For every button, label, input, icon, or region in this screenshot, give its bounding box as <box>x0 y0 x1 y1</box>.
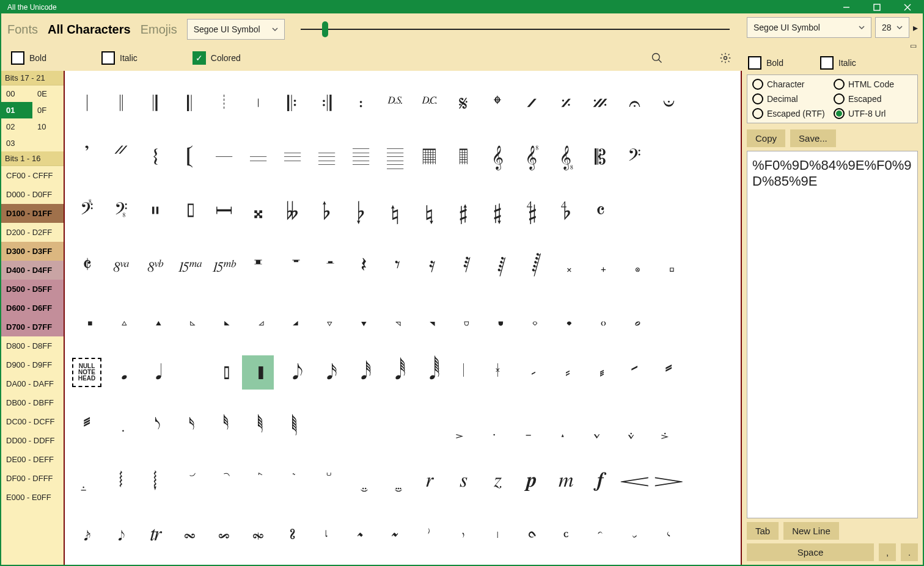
character-cell[interactable]: 𝄔 <box>138 131 172 184</box>
character-cell[interactable]: 𝅏 <box>343 292 378 346</box>
character-cell[interactable]: 𝄗 <box>241 131 275 184</box>
character-cell[interactable]: 𝅃 <box>549 238 583 292</box>
character-cell[interactable]: 𝅩 <box>583 346 617 399</box>
character-cell[interactable]: 𝄀 <box>70 77 104 131</box>
character-cell[interactable]: 𝆍 <box>446 453 480 507</box>
character-cell[interactable]: 𝅘𝅥 <box>138 346 172 399</box>
character-cell[interactable]: 𝄣 <box>70 184 104 238</box>
character-cell[interactable]: 𝅆 <box>651 238 686 292</box>
character-cell[interactable]: 𝅇 <box>70 292 104 346</box>
bits-hi-01[interactable]: 01 <box>1 102 32 118</box>
character-cell[interactable]: 𝄥 <box>138 184 172 238</box>
character-cell[interactable]: 𝄰 <box>446 184 480 238</box>
character-cell[interactable]: 𝆗 <box>172 507 207 561</box>
character-cell[interactable]: 𝅾 <box>549 399 583 453</box>
tab-emojis[interactable]: Emojis <box>141 23 177 37</box>
bold-checkbox[interactable]: Bold <box>11 51 46 65</box>
character-cell[interactable] <box>378 399 412 453</box>
character-cell[interactable]: 𝅚 <box>207 346 241 399</box>
character-cell[interactable]: 𝅒 <box>446 292 480 346</box>
character-cell[interactable]: 𝆛 <box>309 507 343 561</box>
character-cell[interactable]: 𝆖 <box>138 507 172 561</box>
character-cell[interactable]: 𝆉 <box>309 453 343 507</box>
character-cell[interactable]: 𝄝 <box>446 131 480 184</box>
character-cell[interactable]: 𝄶 <box>104 238 138 292</box>
character-cell[interactable]: 𝅘 <box>104 346 138 399</box>
character-cell[interactable]: 𝄹 <box>207 238 241 292</box>
character-cell[interactable]: 𝆃 <box>104 453 138 507</box>
character-cell[interactable] <box>651 131 686 184</box>
range-item[interactable]: DC00 - DCFF <box>1 412 64 431</box>
character-cell[interactable] <box>309 399 343 453</box>
character-cell[interactable]: 𝄴 <box>583 184 617 238</box>
character-cell[interactable]: 𝄦 <box>172 184 207 238</box>
character-cell[interactable]: 𝅼 <box>480 399 515 453</box>
character-cell[interactable]: 𝅘𝅥𝅱 <box>378 346 412 399</box>
bits-hi-blank[interactable] <box>32 135 64 151</box>
character-cell[interactable]: 𝅰 <box>207 399 241 453</box>
character-cell[interactable]: 𝆝 <box>378 507 412 561</box>
character-cell[interactable]: 𝅗 <box>617 292 651 346</box>
character-cell[interactable]: 𝄷 <box>138 238 172 292</box>
bits-hi-00[interactable]: 00 <box>1 85 32 102</box>
right-italic-checkbox[interactable]: Italic <box>820 56 856 70</box>
character-cell[interactable]: 𝆒 <box>617 453 651 507</box>
character-cell[interactable]: 𝄡 <box>583 131 617 184</box>
character-cell[interactable]: 𝄄 <box>207 77 241 131</box>
character-cell[interactable]: 𝄿 <box>412 238 446 292</box>
range-item[interactable]: D800 - D8FF <box>1 336 64 355</box>
character-cell[interactable]: 𝆔 <box>70 507 104 561</box>
radio-character[interactable]: Character <box>752 79 831 90</box>
range-item[interactable]: DE00 - DEFF <box>1 450 64 469</box>
character-cell[interactable]: 𝆜 <box>343 507 378 561</box>
search-icon[interactable] <box>650 51 664 65</box>
character-cell[interactable]: 𝅘𝅥𝅰 <box>343 346 378 399</box>
character-cell[interactable]: 𝄵 <box>70 238 104 292</box>
character-cell[interactable]: 𝆇 <box>241 453 275 507</box>
character-cell[interactable]: 𝄈 <box>343 77 378 131</box>
character-cell[interactable]: 𝅻 <box>446 399 480 453</box>
gear-icon[interactable] <box>719 51 732 65</box>
bits-hi-0e[interactable]: 0E <box>32 85 64 102</box>
tab-fonts[interactable]: Fonts <box>7 23 38 37</box>
character-cell[interactable]: 𝅖 <box>583 292 617 346</box>
character-cell[interactable]: 𝄸 <box>172 238 207 292</box>
character-cell[interactable]: 𝅥 <box>446 346 480 399</box>
character-cell[interactable]: 𝄤 <box>104 184 138 238</box>
character-cell[interactable]: 𝆘 <box>207 507 241 561</box>
range-item[interactable]: DD00 - DDFF <box>1 431 64 450</box>
character-cell[interactable]: 𝅅 <box>617 238 651 292</box>
character-cell[interactable]: 𝅂 <box>515 238 549 292</box>
expand-icon[interactable]: ▸ <box>913 22 918 34</box>
character-cell[interactable]: 𝄽 <box>343 238 378 292</box>
comma-button[interactable]: , <box>879 543 896 561</box>
character-cell[interactable]: 𝅉 <box>138 292 172 346</box>
character-cell[interactable]: 𝆓 <box>651 453 686 507</box>
character-cell[interactable]: 𝄟 <box>515 131 549 184</box>
character-cell[interactable]: 𝄖 <box>207 131 241 184</box>
radio-html-code[interactable]: HTML Code <box>834 79 912 90</box>
character-cell[interactable]: 𝄎 <box>549 77 583 131</box>
character-cell[interactable]: 𝄋 <box>446 77 480 131</box>
character-cell[interactable]: 𝄫 <box>275 184 309 238</box>
character-cell[interactable]: 𝅫 <box>651 346 686 399</box>
character-cell[interactable]: 𝄾 <box>378 238 412 292</box>
character-cell[interactable]: 𝄞 <box>480 131 515 184</box>
character-cell[interactable]: 𝄁 <box>104 77 138 131</box>
radio-escaped[interactable]: Escaped <box>834 93 912 104</box>
character-cell[interactable]: 𝅔 <box>515 292 549 346</box>
range-item[interactable]: D000 - D0FF <box>1 185 64 204</box>
character-cell[interactable]: 𝄩 <box>207 184 241 238</box>
character-cell[interactable]: 𝄓 <box>104 131 138 184</box>
character-cell[interactable]: 𝄒 <box>70 131 104 184</box>
character-cell[interactable]: 𝅐 <box>378 292 412 346</box>
character-cell[interactable]: 𝄍 <box>515 77 549 131</box>
character-cell[interactable] <box>651 184 686 238</box>
character-cell[interactable]: 𝄌 <box>480 77 515 131</box>
character-cell[interactable]: 𝆏 <box>515 453 549 507</box>
character-cell[interactable]: 𝆕 <box>104 507 138 561</box>
character-cell[interactable]: 𝅘𝅥𝅲 <box>412 346 446 399</box>
character-cell[interactable]: 𝆅 <box>172 453 207 507</box>
tab-button[interactable]: Tab <box>747 522 779 540</box>
range-item[interactable]: D600 - D6FF <box>1 299 64 317</box>
